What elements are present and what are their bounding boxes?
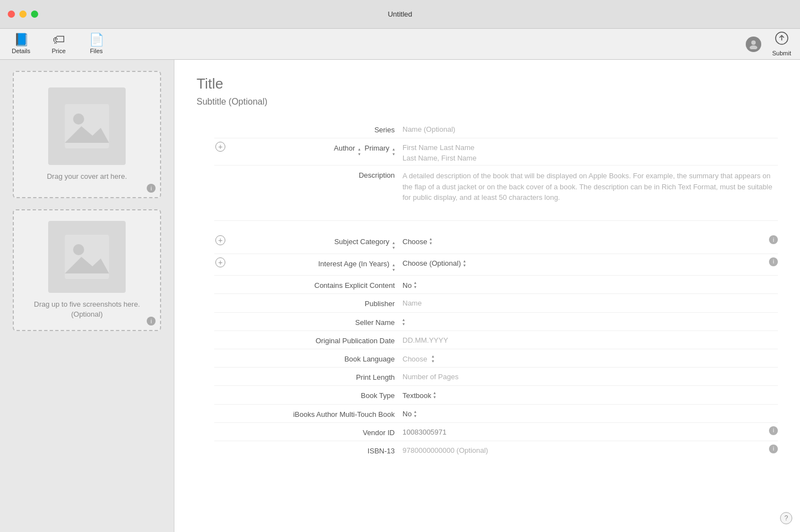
vendor-id-label: Vendor ID: [214, 426, 402, 438]
pub-date-value: [402, 334, 778, 344]
subject-category-label: Subject Category ▴ ▾: [214, 235, 402, 251]
description-value: A detailed description of the book that …: [402, 168, 778, 203]
files-label: Files: [90, 48, 102, 54]
interest-age-label: Interest Age (In Years) ▴ ▾: [214, 257, 402, 273]
series-row: Series: [214, 120, 778, 138]
book-type-value: Textbook ▴▾: [402, 389, 778, 400]
minimize-button[interactable]: [19, 11, 27, 18]
screenshots-drop-zone[interactable]: Drag up to five screenshots here. (Optio…: [13, 209, 161, 331]
interest-chevrons: ▴▾: [463, 259, 466, 268]
screenshots-placeholder-image: [48, 221, 126, 293]
publisher-label: Publisher: [214, 297, 402, 309]
toolbar-nav: 📘 Details 🏷 Price 📄 Files: [9, 34, 109, 54]
isbn-text: 9780000000000 (Optional): [402, 446, 488, 454]
price-label: Price: [51, 48, 65, 54]
author-primary-stepper[interactable]: ▴ ▾: [393, 147, 395, 157]
toolbar-files[interactable]: 📄 Files: [84, 34, 109, 54]
svg-point-1: [750, 45, 757, 49]
close-button[interactable]: [8, 11, 15, 18]
subject-category-select[interactable]: Choose ▴▾: [402, 237, 432, 246]
book-language-stepper[interactable]: ▴ ▾: [432, 354, 434, 364]
ibooks-chevrons: ▴▾: [414, 410, 416, 419]
vendor-id-text: 10083005971: [402, 428, 447, 436]
price-icon: 🏷: [53, 34, 65, 46]
subject-stepper[interactable]: ▴ ▾: [393, 241, 395, 251]
submit-button[interactable]: Submit: [772, 32, 791, 56]
isbn-value: 9780000000000 (Optional): [402, 444, 778, 454]
explicit-content-select[interactable]: No ▴▾: [402, 281, 416, 290]
cover-drop-text: Drag your cover art here.: [47, 172, 127, 182]
seller-name-row: Seller Name ▴▾: [214, 313, 778, 331]
title-input[interactable]: [197, 75, 778, 92]
publisher-input[interactable]: [402, 299, 778, 307]
author-value: [402, 141, 778, 162]
isbn-info-icon[interactable]: i: [769, 445, 778, 453]
description-placeholder[interactable]: A detailed description of the book that …: [402, 171, 778, 203]
help-button[interactable]: ?: [780, 512, 792, 524]
ibooks-select[interactable]: No ▴▾: [402, 410, 416, 419]
cover-drop-zone[interactable]: Drag your cover art here. i: [13, 71, 161, 198]
print-length-input[interactable]: [402, 373, 778, 381]
publisher-row: Publisher: [214, 294, 778, 312]
interest-stepper[interactable]: ▴ ▾: [393, 262, 395, 272]
cover-info-icon[interactable]: i: [147, 184, 156, 193]
svg-point-0: [751, 40, 756, 45]
book-type-select[interactable]: Textbook ▴▾: [402, 391, 436, 400]
cover-placeholder-image: [48, 87, 126, 165]
main-area: Drag your cover art here. i Drag up to f…: [0, 60, 800, 532]
subject-category-value[interactable]: Choose ▴▾: [402, 235, 778, 246]
author-type-stepper[interactable]: ▴ ▾: [358, 147, 360, 157]
series-input[interactable]: [402, 125, 778, 133]
vendor-id-row: Vendor ID 10083005971 i: [214, 423, 778, 441]
seller-name-label: Seller Name: [214, 316, 402, 328]
add-interest-button[interactable]: +: [215, 257, 225, 267]
screenshots-info-icon[interactable]: i: [147, 317, 156, 326]
series-value: [402, 123, 778, 133]
screenshots-drop-text: Drag up to five screenshots here. (Optio…: [20, 299, 153, 319]
description-row: Description A detailed description of th…: [214, 166, 778, 221]
pub-date-row: Original Publication Date: [214, 331, 778, 349]
subtitle-input[interactable]: [197, 97, 778, 107]
print-length-row: Print Length: [214, 368, 778, 386]
details-icon: 📘: [14, 34, 29, 46]
toolbar: 📘 Details 🏷 Price 📄 Files: [0, 29, 800, 60]
maximize-button[interactable]: [31, 11, 38, 18]
seller-name-select[interactable]: ▴▾: [402, 318, 405, 327]
form-section: Series + Author ▴ ▾ Primary ▴ ▾: [197, 120, 778, 459]
author-firstname-input[interactable]: [402, 143, 778, 152]
ibooks-label: iBooks Author Multi-Touch Book: [214, 407, 402, 420]
sidebar: Drag your cover art here. i Drag up to f…: [0, 60, 174, 532]
seller-name-value: ▴▾: [402, 316, 778, 327]
print-length-label: Print Length: [214, 370, 402, 383]
book-language-value: Choose ▴ ▾: [402, 352, 778, 364]
vendor-info-icon[interactable]: i: [769, 426, 778, 435]
explicit-chevrons: ▴▾: [414, 281, 416, 290]
interest-age-value[interactable]: Choose (Optional) ▴▾: [402, 257, 778, 268]
subject-chevrons: ▴▾: [430, 237, 432, 246]
user-avatar[interactable]: [746, 37, 761, 52]
toolbar-details[interactable]: 📘 Details: [9, 34, 33, 54]
submit-label: Submit: [772, 50, 791, 56]
toolbar-price[interactable]: 🏷 Price: [47, 34, 71, 54]
interest-age-row: + Interest Age (In Years) ▴ ▾ Choose (Op…: [214, 254, 778, 276]
author-label: Author ▴ ▾ Primary ▴ ▾: [214, 141, 402, 157]
ibooks-value: No ▴▾: [402, 407, 778, 419]
book-language-select[interactable]: Choose: [402, 355, 427, 363]
book-language-label: Book Language: [214, 352, 402, 364]
book-type-row: Book Type Textbook ▴▾: [214, 386, 778, 404]
description-label: Description: [214, 168, 402, 180]
window-title: Untitled: [388, 10, 412, 18]
explicit-content-value: No ▴▾: [402, 278, 778, 290]
ibooks-row: iBooks Author Multi-Touch Book No ▴▾: [214, 405, 778, 423]
book-language-row: Book Language Choose ▴ ▾: [214, 349, 778, 368]
author-lastname-input[interactable]: [402, 154, 778, 162]
series-label: Series: [214, 123, 402, 135]
pub-date-input[interactable]: [402, 336, 778, 344]
interest-age-select[interactable]: Choose (Optional) ▴▾: [402, 259, 466, 268]
explicit-content-label: Contains Explicit Content: [214, 278, 402, 291]
interest-info-icon[interactable]: i: [769, 257, 778, 266]
vendor-id-value: 10083005971: [402, 426, 778, 436]
explicit-content-row: Contains Explicit Content No ▴▾: [214, 276, 778, 294]
toolbar-right: Submit: [746, 32, 791, 56]
pub-date-label: Original Publication Date: [214, 334, 402, 346]
